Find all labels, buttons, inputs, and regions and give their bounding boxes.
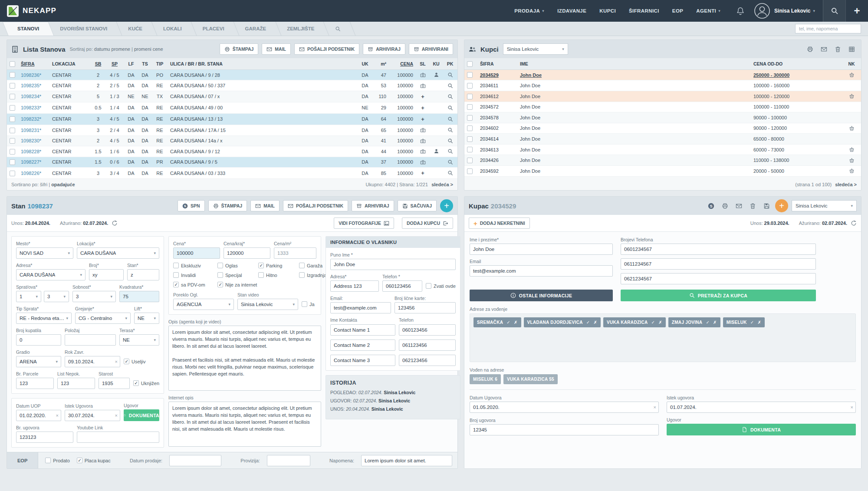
kupac-sifra-link[interactable]: 2034602 [480,125,499,131]
search-icon[interactable] [443,69,457,80]
kupac-sifra-link[interactable]: 2034611 [480,83,498,88]
stan-sifra-link[interactable]: 1098236* [21,72,41,78]
row-checkbox[interactable] [10,149,15,155]
ja-checkbox[interactable]: Ja [302,301,315,307]
refresh-icon[interactable] [851,220,857,226]
mesto-select[interactable]: NOVI SAD▾ [16,247,73,259]
nav-item-prodaja[interactable]: PRODAJA▾ [514,8,544,13]
contact-name-input[interactable] [330,339,395,351]
row-checkbox[interactable] [467,158,473,163]
kupac-table-row[interactable]: 2034592John Doe20000 - 50000 [464,166,861,177]
kupac-sifra-link[interactable]: 2034529 [480,72,499,78]
dokumenta-button[interactable]: DOKUMENTA [667,424,856,435]
add-photo-button[interactable]: + [416,168,430,179]
row-checkbox[interactable] [10,83,15,89]
cena-kraj-input[interactable] [224,247,270,259]
zvati-ovde-checkbox[interactable]: Zvati ovde [426,283,456,289]
tab-stanovi[interactable]: STANOVI [7,22,49,36]
kupac-sifra-link[interactable]: 2034612 [480,94,499,99]
checkbox-sa-pdv-om[interactable]: sa PDV-om [173,282,215,287]
phone-input[interactable] [621,244,816,255]
stan-sifra-link[interactable]: 1098227* [21,159,41,165]
placa-kupac-checkbox[interactable]: Placa kupac [77,458,111,463]
row-checkbox[interactable] [467,136,473,142]
datum-prodaje-input[interactable] [169,455,221,466]
row-checkbox[interactable] [467,83,473,89]
checkbox-garaža[interactable]: Garaža [299,263,326,268]
send-reminder-button[interactable]: POŠALJI PODSETNIK [283,200,348,211]
mail-button[interactable] [733,201,744,211]
other-info-button[interactable]: OSTALE INFORMACIJE [470,290,613,301]
broj-kupatila-input[interactable] [16,334,61,346]
kupac-table-row[interactable]: 2034611John Doe100000 - 160000 [464,80,861,91]
check-icon[interactable]: ✓ [706,320,710,325]
add-kupac-button[interactable]: + [775,199,788,212]
select-all-checkbox[interactable] [10,61,15,67]
kupac-table-row[interactable]: 2034578John Doe90000 - 100000 [464,112,861,123]
photos-icon[interactable] [416,125,430,135]
search-icon[interactable] [443,135,457,146]
stan-video-select[interactable]: Sinisa Lekovic▾ [237,299,298,310]
brand[interactable]: NEKAPP [7,5,56,17]
kupac-ime-input[interactable] [470,244,613,255]
spn-button[interactable]: S SPN [178,200,205,211]
datum-uop-input[interactable] [16,410,61,421]
kupac-table-row[interactable]: 2034572John Doe100000 - 110000 [464,102,861,112]
starost-input[interactable] [99,378,130,389]
search-icon[interactable] [443,168,457,179]
spratova-select[interactable]: 3▾ [44,291,69,302]
print-button[interactable] [805,44,815,54]
sort-by-date-link[interactable]: datumu promene [94,46,130,52]
delete-button[interactable] [747,201,758,211]
photos-icon[interactable] [416,80,430,91]
stan-table-row[interactable]: 1098231*CENTAR32 / 4DADARECARA DUSANA / … [7,125,457,135]
row-checkbox[interactable] [467,94,473,99]
kupac-sifra-link[interactable]: 2034592 [480,168,499,174]
kvadratura-input[interactable] [119,291,159,302]
search-icon[interactable] [443,102,457,113]
column-header[interactable]: PK [443,58,457,69]
column-header[interactable]: TS [138,58,152,69]
provizija-input[interactable] [267,455,310,466]
column-header[interactable]: SP [105,58,124,69]
remove-icon[interactable]: ✗ [658,320,662,325]
check-icon[interactable]: ✓ [651,320,655,325]
spn-button[interactable]: S [706,201,716,211]
checkbox-ekskluziv[interactable]: Ekskluziv [173,263,215,268]
stan-table-row[interactable]: 1098236*CENTAR24 / 5DADAPOCARA DUSANA / … [7,69,457,80]
kupac-table-row[interactable]: 2034614John Doe65000 - 80000 [464,134,861,145]
clear-icon[interactable]: × [851,405,853,410]
tab-kuće[interactable]: KUĆE [118,22,153,36]
stan-table-row[interactable]: 1098235*CENTAR22 / 5DADARECARA DUSANA / … [7,80,457,91]
check-icon[interactable]: ✓ [506,320,510,325]
check-icon[interactable]: ✓ [586,320,590,325]
tab-garaže[interactable]: GARAŽE [235,22,277,36]
sprat-select[interactable]: 1▾ [16,291,41,302]
row-checkbox[interactable] [10,128,15,133]
basket-icon[interactable] [842,91,861,102]
br-parcele-input[interactable] [16,378,54,389]
stan-sifra-link[interactable]: 1098232* [21,116,41,122]
opis-textarea[interactable]: Lorem ipsum dolor sit amet, consectetur … [168,326,321,391]
datum-ugovora-input[interactable] [470,402,659,413]
contact-phone-input[interactable] [399,324,456,336]
cena-input[interactable] [173,247,220,259]
column-header[interactable]: SL [416,58,430,69]
remove-icon[interactable]: ✗ [514,320,518,325]
agent-filter-select[interactable]: Sinisa Lekovic▾ [503,43,568,55]
remove-icon[interactable]: ✗ [758,320,762,325]
row-checkbox[interactable] [467,72,473,78]
stan-sifra-link[interactable]: 1098235* [21,83,41,88]
column-header[interactable]: NK [842,58,861,69]
delete-button[interactable] [832,44,843,54]
stan-table-row[interactable]: 1098226*CENTAR33 / 4DADARECARA DUSANA / … [7,168,457,179]
dokumenta-button[interactable]: DOKUMENTA [124,409,159,421]
stan-sifra-link[interactable]: 1098228* [21,149,41,154]
photos-icon[interactable] [416,135,430,146]
buyer-person-icon[interactable] [430,69,443,80]
broj-input[interactable] [89,269,124,280]
clear-icon[interactable]: × [654,405,656,410]
stan-sifra-link[interactable]: 1098234* [21,94,41,99]
global-add-button[interactable]: + [845,0,868,22]
column-header[interactable]: CENA [389,58,416,69]
